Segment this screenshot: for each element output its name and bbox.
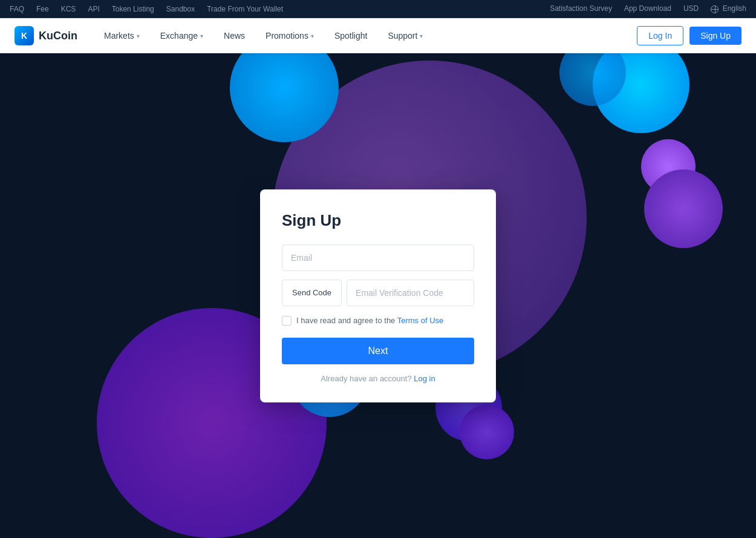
next-button[interactable]: Next bbox=[282, 338, 474, 364]
topbar-kcs[interactable]: KCS bbox=[61, 5, 76, 13]
nav-support[interactable]: Support ▾ bbox=[379, 26, 431, 45]
verification-code-field[interactable] bbox=[347, 280, 474, 306]
terms-text: I have read and agree to the Terms of Us… bbox=[296, 316, 443, 325]
nav-exchange[interactable]: Exchange ▾ bbox=[152, 26, 212, 45]
signup-title: Sign Up bbox=[282, 211, 474, 230]
main-content: Sign Up Send Code I have read and agree … bbox=[0, 53, 756, 538]
globe-icon bbox=[711, 5, 719, 13]
top-bar-left: FAQ Fee KCS API Token Listing Sandbox Tr… bbox=[10, 5, 550, 13]
signup-button[interactable]: Sign Up bbox=[689, 27, 741, 45]
topbar-faq[interactable]: FAQ bbox=[10, 5, 24, 13]
nav-spotlight[interactable]: Spotlight bbox=[326, 26, 376, 45]
nav-news[interactable]: News bbox=[215, 26, 253, 45]
terms-of-use-link[interactable]: Terms of Use bbox=[397, 316, 444, 325]
nav-promotions[interactable]: Promotions ▾ bbox=[257, 26, 322, 45]
topbar-fee[interactable]: Fee bbox=[36, 5, 49, 13]
verification-row: Send Code bbox=[282, 280, 474, 306]
topbar-english[interactable]: English bbox=[711, 4, 746, 13]
chevron-down-icon: ▾ bbox=[311, 33, 314, 39]
terms-checkbox[interactable] bbox=[282, 316, 292, 326]
logo-icon: K bbox=[15, 26, 34, 45]
chevron-down-icon: ▾ bbox=[137, 33, 140, 39]
chevron-down-icon: ▾ bbox=[420, 33, 423, 39]
login-link[interactable]: Log in bbox=[414, 374, 435, 383]
nav-right: Log In Sign Up bbox=[637, 26, 741, 45]
top-bar: FAQ Fee KCS API Token Listing Sandbox Tr… bbox=[0, 0, 756, 18]
main-nav: K KuCoin Markets ▾ Exchange ▾ News Promo… bbox=[0, 18, 756, 53]
terms-row: I have read and agree to the Terms of Us… bbox=[282, 316, 474, 326]
login-prompt: Already have an account? Log in bbox=[282, 374, 474, 383]
top-bar-right: Satisfaction Survey App Download USD Eng… bbox=[550, 4, 746, 13]
email-field[interactable] bbox=[282, 244, 474, 271]
topbar-usd[interactable]: USD bbox=[683, 4, 699, 13]
logo-area[interactable]: K KuCoin bbox=[15, 26, 77, 45]
send-code-button[interactable]: Send Code bbox=[282, 280, 342, 306]
nav-items: Markets ▾ Exchange ▾ News Promotions ▾ S… bbox=[96, 26, 637, 45]
login-button[interactable]: Log In bbox=[637, 26, 683, 45]
nav-markets[interactable]: Markets ▾ bbox=[96, 26, 148, 45]
topbar-app-download[interactable]: App Download bbox=[624, 4, 671, 13]
logo-text: KuCoin bbox=[39, 30, 77, 42]
topbar-satisfaction-survey[interactable]: Satisfaction Survey bbox=[550, 4, 612, 13]
topbar-token-listing[interactable]: Token Listing bbox=[112, 5, 154, 13]
topbar-sandbox[interactable]: Sandbox bbox=[166, 5, 195, 13]
chevron-down-icon: ▾ bbox=[200, 33, 203, 39]
signup-card: Sign Up Send Code I have read and agree … bbox=[260, 189, 496, 402]
topbar-trade-wallet[interactable]: Trade From Your Wallet bbox=[207, 5, 283, 13]
topbar-api[interactable]: API bbox=[88, 5, 99, 13]
